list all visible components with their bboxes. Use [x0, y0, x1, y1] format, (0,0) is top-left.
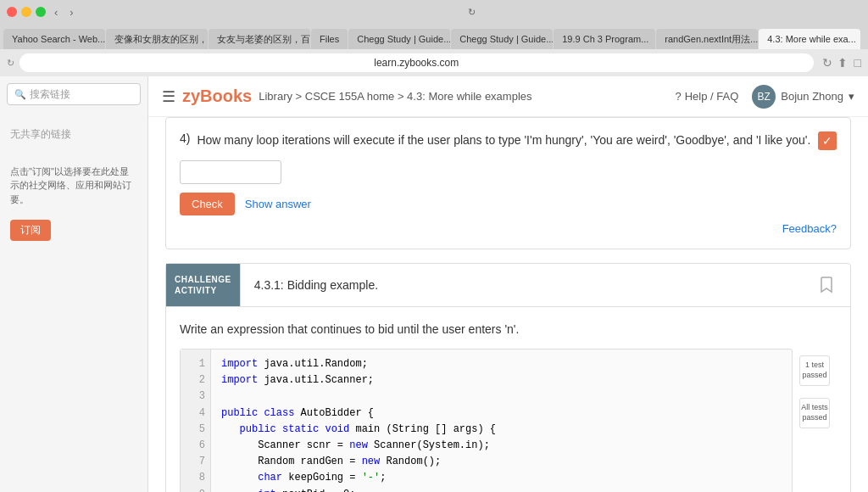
code-line-4: public class AutoBidder {	[221, 405, 782, 422]
search-icon: 🔍	[14, 89, 26, 100]
history-icon[interactable]: ↻	[7, 58, 14, 69]
sidebar-note: 点击"订阅"以选择要在此处显示的社交网络、应用和网站订要。	[0, 158, 147, 214]
reload-icon[interactable]: ↻	[468, 7, 476, 18]
tab-zybooks[interactable]: 4.3: More while exa...	[759, 29, 860, 49]
challenge-body: Write an expression that continues to bi…	[166, 307, 850, 492]
test1-line1: 1 test	[802, 361, 826, 371]
test-results: 1 test passed All tests passed	[793, 349, 837, 492]
refresh-icon[interactable]: ↻	[822, 56, 832, 70]
code-area-wrapper: 12345 678910 1112131415 16171819 import …	[180, 349, 837, 492]
sidebar-search[interactable]: 🔍 搜索链接	[7, 83, 141, 105]
back-button[interactable]: ‹	[51, 4, 61, 20]
answer-input[interactable]	[180, 160, 281, 184]
browser-chrome: ‹ › ↻ Yahoo Search - Web... 变像和女朋友的区别，百.…	[0, 0, 868, 76]
code-line-2: import java.util.Scanner;	[221, 372, 782, 389]
code-content: import java.util.Random; import java.uti…	[211, 349, 792, 492]
tab-chinese1[interactable]: 变像和女朋友的区别，百...	[106, 29, 208, 49]
check-button[interactable]: Check	[180, 193, 235, 215]
test2-badge[interactable]: All tests passed	[799, 398, 830, 428]
avatar: BZ	[752, 85, 776, 109]
help-label: Help / FAQ	[685, 90, 739, 103]
test1-badge[interactable]: 1 test passed	[799, 355, 830, 386]
user-menu[interactable]: BZ Bojun Zhong ▾	[752, 85, 854, 109]
code-line-8: char keepGoing = '-';	[221, 470, 782, 486]
test2-line1: All tests	[801, 403, 828, 413]
bookmark-icon[interactable]	[816, 272, 837, 298]
help-button[interactable]: ? Help / FAQ	[675, 90, 738, 103]
challenge-title-text: 4.3.1: Bidding example.	[254, 278, 378, 292]
tab-chegg1[interactable]: Chegg Study | Guide...	[348, 29, 450, 49]
sidebar: 🔍 搜索链接 无共享的链接 点击"订阅"以选择要在此处显示的社交网络、应用和网站…	[0, 76, 148, 492]
content-area: 4) How many loop iterations will execute…	[148, 117, 868, 492]
feedback-link[interactable]: Feedback?	[180, 222, 837, 235]
search-placeholder: 搜索链接	[30, 87, 70, 102]
code-line-3	[221, 389, 782, 405]
main-content: ☰ zyBooks Library > CSCE 155A home > 4.3…	[148, 76, 868, 492]
tab-19-9[interactable]: 19.9 Ch 3 Program...	[554, 29, 655, 49]
code-editor: 12345 678910 1112131415 16171819 import …	[180, 349, 793, 492]
zybooks-logo: zyBooks	[182, 87, 252, 106]
code-line-9: int nextBid = 0;	[221, 487, 782, 493]
page: 🔍 搜索链接 无共享的链接 点击"订阅"以选择要在此处显示的社交网络、应用和网站…	[0, 76, 868, 492]
code-line-1: import java.util.Random;	[221, 356, 782, 372]
chevron-down-icon: ▾	[849, 90, 854, 103]
close-button[interactable]	[7, 7, 17, 17]
bookmark-toolbar-icon[interactable]: □	[854, 56, 861, 70]
test1-line2: passed	[802, 371, 826, 381]
tab-chinese2[interactable]: 女友与老婆的区别，百...	[209, 29, 310, 49]
tab-chegg2[interactable]: Chegg Study | Guide...	[451, 29, 553, 49]
minimize-button[interactable]	[21, 7, 31, 17]
breadcrumb: Library > CSCE 155A home > 4.3: More whi…	[259, 90, 531, 103]
tab-randgen[interactable]: randGen.nextInt用法...	[656, 29, 758, 49]
traffic-lights	[7, 7, 46, 17]
challenge-label: CHALLENGE ACTIVITY	[166, 264, 240, 306]
code-line-7: Random randGen = new Random();	[221, 454, 782, 470]
action-row: Check Show answer	[180, 193, 837, 215]
sidebar-top: 🔍 搜索链接	[0, 76, 147, 112]
code-editor-container: 12345 678910 1112131415 16171819 import …	[180, 349, 793, 492]
share-icon[interactable]: ⬆	[837, 56, 848, 70]
title-bar: ‹ › ↻	[0, 0, 868, 24]
top-nav: ☰ zyBooks Library > CSCE 155A home > 4.3…	[148, 76, 868, 117]
challenge-title: 4.3.1: Bidding example.	[241, 264, 850, 306]
tab-yahoo[interactable]: Yahoo Search - Web...	[3, 29, 105, 49]
hamburger-menu[interactable]: ☰	[162, 87, 175, 106]
question-header: 4) How many loop iterations will execute…	[180, 131, 837, 150]
maximize-button[interactable]	[36, 7, 46, 17]
user-name: Bojun Zhong	[781, 90, 843, 103]
url-bar: ↻ ↻ ⬆ □	[0, 49, 868, 76]
question-text: How many loop iterations will execute if…	[197, 131, 818, 149]
url-input[interactable]	[19, 53, 814, 72]
question-block: 4) How many loop iterations will execute…	[165, 117, 851, 249]
help-icon: ?	[675, 90, 681, 103]
code-line-5: public static void main (String [] args)…	[221, 422, 782, 438]
line-numbers: 12345 678910 1112131415 16171819	[181, 349, 211, 492]
sidebar-no-links: 无共享的链接	[0, 112, 147, 158]
tab-bar: Yahoo Search - Web... 变像和女朋友的区别，百... 女友与…	[0, 24, 868, 49]
code-line-6: Scanner scnr = new Scanner(System.in);	[221, 438, 782, 454]
test2-line2: passed	[801, 413, 828, 423]
question-number: 4)	[180, 131, 190, 145]
challenge-header: CHALLENGE ACTIVITY 4.3.1: Bidding exampl…	[166, 264, 850, 307]
challenge-block: CHALLENGE ACTIVITY 4.3.1: Bidding exampl…	[165, 263, 851, 492]
nav-right: ? Help / FAQ BZ Bojun Zhong ▾	[675, 85, 854, 109]
challenge-description-text: Write an expression that continues to bi…	[180, 322, 519, 336]
tab-files[interactable]: Files	[311, 29, 348, 49]
challenge-description: Write an expression that continues to bi…	[180, 321, 837, 338]
correct-badge: ✓	[818, 131, 837, 150]
show-answer-button[interactable]: Show answer	[245, 198, 311, 210]
forward-button[interactable]: ›	[66, 4, 76, 20]
subscribe-button[interactable]: 订阅	[10, 220, 51, 241]
